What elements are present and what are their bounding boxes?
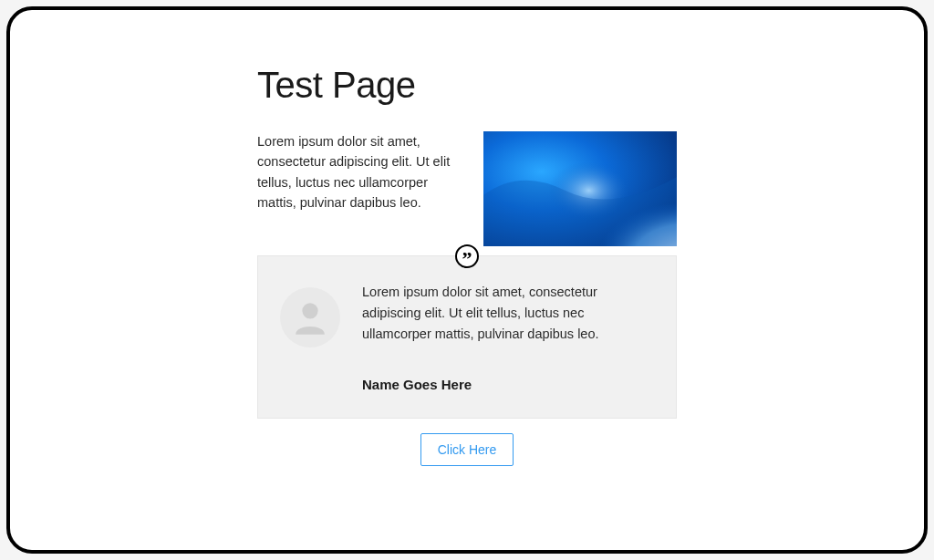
testimonial-name: Name Goes Here xyxy=(362,377,645,392)
click-here-button[interactable]: Click Here xyxy=(420,433,514,466)
intro-row: Lorem ipsum dolor sit amet, consectetur … xyxy=(257,131,677,246)
person-icon xyxy=(289,296,331,338)
testimonial-card: ” Lorem ipsum dolor sit amet, consectetu… xyxy=(257,255,677,419)
svg-point-3 xyxy=(302,303,317,318)
blue-abstract-image xyxy=(483,131,677,246)
page-content: Test Page Lorem ipsum dolor sit amet, co… xyxy=(257,65,677,466)
quote-icon: ” xyxy=(455,244,479,268)
hero-image xyxy=(483,131,677,246)
testimonial-body: Lorem ipsum dolor sit amet, consectetur … xyxy=(362,282,645,392)
avatar xyxy=(280,287,340,347)
testimonial-text: Lorem ipsum dolor sit amet, consectetur … xyxy=(362,282,645,346)
cta-row: Click Here xyxy=(257,433,677,466)
page-frame: Test Page Lorem ipsum dolor sit amet, co… xyxy=(6,6,928,554)
intro-text: Lorem ipsum dolor sit amet, consectetur … xyxy=(257,131,462,246)
page-title: Test Page xyxy=(257,65,677,106)
